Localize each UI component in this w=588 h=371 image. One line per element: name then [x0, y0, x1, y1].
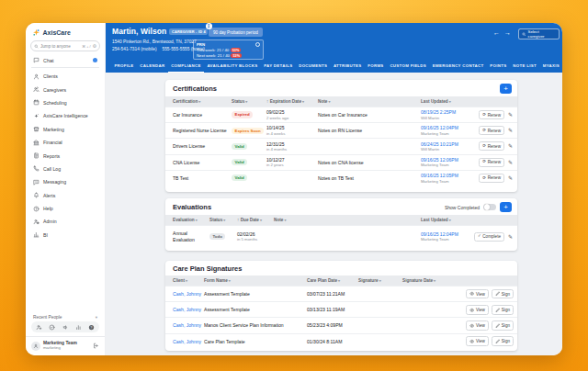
forward-arrow-icon[interactable]: → — [504, 29, 511, 36]
pen-icon — [495, 339, 501, 344]
add-evaluation-button[interactable]: + — [500, 202, 512, 212]
help-circle-icon[interactable]: ? — [88, 324, 95, 331]
sidebar-item-admin[interactable]: Admin — [26, 215, 105, 228]
column-header-last-updated[interactable]: Last Updated▾ — [421, 99, 467, 104]
sign-button[interactable]: Sign — [492, 305, 514, 315]
column-header-status[interactable]: Status▾ — [232, 99, 266, 104]
edit-button[interactable]: ✎ — [507, 112, 514, 118]
audio-icon[interactable] — [62, 324, 69, 331]
client-link[interactable]: Cash, Johnny — [173, 322, 201, 328]
tab-availability-blocks[interactable]: AVAILABILITY BLOCKS — [204, 59, 261, 73]
caregiver-address: 1540 Pinkerton Rd., Brentwood, TN, 37027 — [112, 39, 197, 44]
column-header-certification[interactable]: Certification▾ — [173, 99, 232, 104]
sidebar-item-scheduling[interactable]: Scheduling — [26, 96, 105, 109]
back-arrow-icon[interactable]: ← — [493, 29, 500, 36]
sidebar-item-messaging[interactable]: Messaging — [26, 175, 105, 188]
status-badge: Valid — [232, 174, 247, 181]
last-updated-link[interactable]: 09/16/25 12:04PM — [421, 231, 467, 237]
column-header-signature[interactable]: Signature▾ — [358, 278, 402, 283]
client-link[interactable]: Cash, Johnny — [173, 339, 201, 344]
caregivers-icon — [33, 86, 40, 93]
tab-emergency-contact[interactable]: EMERGENCY CONTACT — [429, 59, 486, 73]
recent-people-header[interactable]: Recent People ▾ — [26, 313, 105, 320]
column-header-note[interactable]: Note▾ — [274, 218, 421, 222]
client-link[interactable]: Cash, Johnny — [173, 307, 201, 312]
sidebar-item-axiscare-intelligence[interactable]: AxisCare Intelligence — [26, 109, 105, 122]
sidebar-item-marketing[interactable]: Marketing — [26, 123, 105, 136]
sidebar-item-reports[interactable]: Reports — [26, 149, 105, 162]
tab-documents[interactable]: DOCUMENTS — [296, 59, 331, 73]
view-button[interactable]: View — [466, 305, 489, 315]
client-link[interactable]: Cash, Johnny — [173, 291, 201, 297]
edit-button[interactable]: ✎ — [507, 143, 514, 149]
column-header-evaluation[interactable]: Evaluation▾ — [173, 218, 209, 222]
edit-button[interactable]: ✎ — [507, 175, 514, 181]
tab-points[interactable]: POINTS — [487, 59, 510, 73]
view-button[interactable]: View — [466, 320, 489, 331]
sidebar-item-chat[interactable]: Chat — [26, 55, 105, 66]
tab-calendar[interactable]: CALENDAR — [137, 59, 168, 73]
sidebar-item-help[interactable]: Help — [26, 202, 105, 215]
sign-button[interactable]: Sign — [492, 289, 514, 299]
info-icon[interactable] — [255, 42, 261, 48]
tab-note-list[interactable]: NOTE LIST — [510, 59, 539, 73]
view-button[interactable]: View — [466, 336, 489, 346]
sidebar-search-input[interactable]: Jump to anyone ⌘ + / ⚙ — [30, 40, 100, 51]
last-updated-link[interactable]: 06/24/25 10:21PM — [421, 141, 467, 147]
view-button[interactable]: View — [466, 289, 489, 299]
expiration-date: 10/14/25 — [266, 125, 318, 130]
table-header-row: Evaluation▾Status▾↑ Due Date▾Note▾Last U… — [165, 215, 517, 225]
last-updated-link[interactable]: 09/16/25 12:06PM — [421, 157, 467, 163]
column-header-form-name[interactable]: Form Name▾ — [204, 278, 307, 283]
tab-attributes[interactable]: ATTRIBUTES — [331, 59, 365, 73]
note-text: Notes on Car Insurance — [318, 112, 421, 118]
column-header-client[interactable]: Client▾ — [173, 278, 204, 283]
edit-button[interactable]: ✎ — [507, 234, 514, 240]
check-circle-icon[interactable] — [49, 324, 55, 331]
column-header-due-date[interactable]: ↑ Due Date▾ — [237, 218, 274, 222]
column-header-note[interactable]: Note▾ — [318, 99, 421, 104]
column-header-expiration-date[interactable]: ↑ Expiration Date▾ — [266, 99, 318, 104]
show-completed-toggle[interactable] — [483, 204, 496, 211]
add-certification-button[interactable]: + — [500, 84, 512, 94]
certification-name: Registered Nurse License — [173, 128, 232, 133]
tab-forms[interactable]: FORMS — [365, 59, 387, 73]
person-add-icon[interactable] — [36, 324, 42, 331]
sign-button[interactable]: Sign — [492, 336, 514, 346]
tab-compliance[interactable]: COMPLIANCE — [168, 59, 204, 73]
tab-myaxis[interactable]: MYAXIS — [539, 59, 562, 73]
sidebar-item-caregivers[interactable]: Caregivers — [26, 83, 105, 96]
tab-profile[interactable]: PROFILE — [111, 59, 137, 73]
renew-button[interactable]: ⟳Renew — [479, 158, 504, 167]
edit-button[interactable]: ✎ — [507, 160, 514, 165]
sidebar-item-call-log[interactable]: Call Log — [26, 163, 105, 175]
renew-button[interactable]: ⟳Renew — [479, 126, 504, 135]
renew-button[interactable]: ⟳Renew — [479, 174, 504, 183]
tab-pay-details[interactable]: PAY DETAILS — [261, 59, 296, 73]
pen-icon — [495, 323, 501, 329]
renew-button[interactable]: ⟳Renew — [479, 110, 504, 119]
chart-icon[interactable] — [75, 324, 82, 331]
prn-row: Next week: 21 / 40 53% — [197, 53, 260, 58]
column-header-care-plan-date[interactable]: Care Plan Date▾ — [307, 278, 358, 283]
sidebar-item-financial[interactable]: Financial — [26, 136, 105, 149]
logout-icon[interactable] — [93, 343, 99, 349]
edit-button[interactable]: ✎ — [507, 128, 514, 133]
tab-custom-fields[interactable]: CUSTOM FIELDS — [387, 59, 429, 73]
sidebar-item-bi[interactable]: BI — [26, 229, 105, 242]
renew-button[interactable]: ⟳Renew — [479, 141, 504, 151]
complete-button[interactable]: ✓Complete — [474, 232, 504, 242]
column-header-status[interactable]: Status▾ — [209, 218, 237, 222]
column-header-last-updated[interactable]: Last Updated▾ — [421, 218, 467, 222]
probation-period-button[interactable]: 90 day Probation period — [209, 28, 263, 37]
sidebar-item-clients[interactable]: Clients — [26, 70, 105, 83]
select-caregiver-search[interactable]: Select caregiver — [518, 28, 560, 39]
last-updated-link[interactable]: 09/16/25 12:04PM — [421, 125, 467, 130]
gear-icon[interactable]: ⚙ — [93, 44, 96, 49]
sidebar-user[interactable]: Marketing Team marketing — [26, 336, 105, 353]
sidebar-item-alerts[interactable]: Alerts — [26, 189, 105, 202]
column-header-signature-date[interactable]: Signature Date▾ — [402, 278, 450, 283]
sign-button[interactable]: Sign — [492, 320, 514, 331]
last-updated-link[interactable]: 08/19/25 2:25PM — [421, 109, 467, 115]
last-updated-link[interactable]: 09/16/25 12:05PM — [421, 173, 467, 178]
